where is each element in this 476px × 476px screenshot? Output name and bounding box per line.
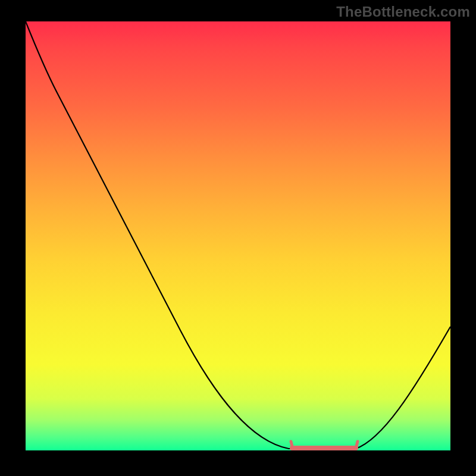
optimal-range-start-tick bbox=[291, 441, 293, 449]
watermark-text: TheBottleneck.com bbox=[336, 4, 470, 20]
chart-container: TheBottleneck.com bbox=[0, 0, 476, 476]
bottleneck-curve bbox=[26, 21, 450, 449]
chart-overlay bbox=[26, 21, 450, 450]
optimal-range-end-tick bbox=[356, 441, 358, 449]
